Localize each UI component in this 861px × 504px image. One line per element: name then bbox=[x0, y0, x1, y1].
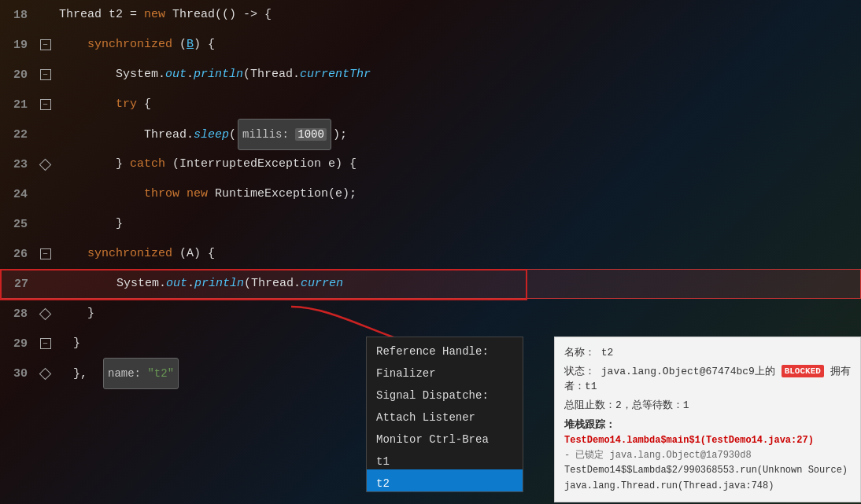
stack-line-4: java.lang.Thread.run(Thread.java:748) bbox=[564, 479, 851, 494]
stack-line-1: TestDemo14.lambda$main$1(TestDemo14.java… bbox=[564, 433, 851, 448]
line-number-29: 29 bbox=[0, 337, 35, 351]
gutter-30 bbox=[35, 370, 55, 378]
info-name-value: t2 bbox=[601, 347, 614, 359]
info-state-row: 状态： java.lang.Object@67474bc9上的 BLOCKED … bbox=[564, 364, 851, 395]
line-number-24: 24 bbox=[0, 188, 35, 201]
dropdown-item-t1[interactable]: t1 bbox=[367, 447, 523, 469]
line-number-27: 27 bbox=[1, 278, 36, 291]
code-content-24: throw new RuntimeException(e); bbox=[55, 179, 861, 209]
dropdown-item-attach[interactable]: Attach Listener bbox=[367, 403, 523, 425]
code-content-27: System.out.println(Thread.curren bbox=[56, 269, 860, 299]
line-number-26: 26 bbox=[0, 248, 35, 261]
gutter-icon-26 bbox=[40, 248, 51, 259]
gutter-23 bbox=[35, 160, 55, 169]
info-state-badge: BLOCKED bbox=[782, 365, 824, 378]
code-content-18: Thread t2 = new Thread(() -> { bbox=[55, 0, 861, 30]
code-line-24: 24 throw new RuntimeException(e); bbox=[0, 179, 861, 209]
code-line-22: 22 Thread.sleep(millis: 1000); bbox=[0, 120, 861, 149]
gutter-icon-28 bbox=[39, 307, 52, 320]
line-number-19: 19 bbox=[0, 39, 35, 52]
code-content-26: synchronized (A) { bbox=[55, 239, 861, 269]
code-content-28: } bbox=[55, 299, 861, 329]
stack-line-2: - 已锁定 java.lang.Object@1a7930d8 bbox=[564, 448, 851, 463]
info-state-label: 状态： bbox=[564, 366, 595, 377]
line-number-21: 21 bbox=[0, 98, 35, 112]
gutter-icon-30 bbox=[39, 367, 52, 380]
gutter-icon-29 bbox=[40, 338, 51, 349]
code-content-19: synchronized (B) { bbox=[55, 30, 861, 60]
gutter-icon-19 bbox=[40, 39, 51, 50]
info-name-label: 名称： bbox=[564, 347, 595, 359]
code-editor: 18 Thread t2 = new Thread(() -> { 19 syn… bbox=[0, 0, 861, 504]
code-line-27: 27 System.out.println(Thread.curren bbox=[0, 269, 861, 299]
gutter-28 bbox=[35, 310, 55, 318]
gutter-20 bbox=[35, 69, 55, 80]
code-line-18: 18 Thread t2 = new Thread(() -> { bbox=[0, 0, 861, 30]
code-line-25: 25 } bbox=[0, 209, 861, 239]
code-lines: 18 Thread t2 = new Thread(() -> { 19 syn… bbox=[0, 0, 861, 388]
dropdown-item-t2[interactable]: t2 bbox=[367, 469, 523, 491]
stack-line-3: TestDemo14$$Lambda$2/990368553.run(Unkno… bbox=[564, 463, 851, 478]
line-number-28: 28 bbox=[0, 307, 35, 321]
line-number-22: 22 bbox=[0, 128, 35, 142]
code-content-21: try { bbox=[55, 90, 861, 120]
code-line-19: 19 synchronized (B) { bbox=[0, 30, 861, 60]
code-line-21: 21 try { bbox=[0, 90, 861, 120]
info-name-row: 名称： t2 bbox=[564, 345, 851, 361]
gutter-icon-20 bbox=[40, 69, 51, 80]
code-line-28: 28 } bbox=[0, 299, 861, 329]
stack-title: 堆栈跟踪： bbox=[564, 418, 851, 432]
line-number-18: 18 bbox=[0, 9, 35, 22]
line-number-30: 30 bbox=[0, 367, 35, 381]
code-line-23: 23 } catch (InterruptedException e) { bbox=[0, 149, 861, 179]
dropdown-item-signal[interactable]: Signal Dispatche: bbox=[367, 381, 523, 403]
gutter-icon-21 bbox=[40, 99, 51, 110]
code-content-20: System.out.println(Thread.currentThr bbox=[55, 60, 861, 90]
info-limit-label: 总阻止数：2，总等待数：1 bbox=[564, 399, 689, 411]
dropdown-item-finalizer[interactable]: Finalizer bbox=[367, 359, 523, 381]
gutter-19 bbox=[35, 39, 55, 50]
thread-info-panel: 名称： t2 状态： java.lang.Object@67474bc9上的 B… bbox=[554, 337, 861, 502]
line-number-25: 25 bbox=[0, 218, 35, 231]
dropdown-item-reference[interactable]: Reference Handle: bbox=[367, 337, 523, 359]
code-line-26: 26 synchronized (A) { bbox=[0, 239, 861, 269]
info-state-object: java.lang.Object@67474bc9上的 bbox=[601, 366, 775, 377]
code-content-23: } catch (InterruptedException e) { bbox=[55, 149, 861, 179]
line-number-20: 20 bbox=[0, 68, 35, 82]
gutter-29 bbox=[35, 338, 55, 349]
dropdown-item-monitor[interactable]: Monitor Ctrl-Brea bbox=[367, 425, 523, 447]
code-content-22: Thread.sleep(millis: 1000); bbox=[55, 119, 861, 150]
thread-dropdown[interactable]: Reference Handle: Finalizer Signal Dispa… bbox=[366, 337, 523, 492]
gutter-26 bbox=[35, 248, 55, 259]
gutter-21 bbox=[35, 99, 55, 110]
info-limit-row: 总阻止数：2，总等待数：1 bbox=[564, 398, 851, 414]
code-line-20: 20 System.out.println(Thread.currentThr bbox=[0, 60, 861, 90]
line-number-23: 23 bbox=[0, 158, 35, 171]
gutter-icon-23 bbox=[39, 158, 52, 171]
code-content-25: } bbox=[55, 209, 861, 239]
